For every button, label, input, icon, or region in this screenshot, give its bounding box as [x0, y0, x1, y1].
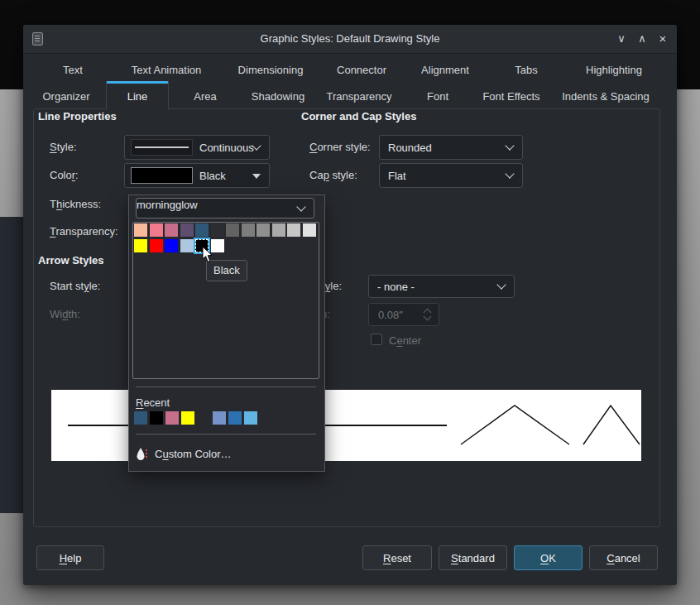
cap-style-value: Flat [388, 170, 406, 182]
color-droplet-icon [136, 447, 147, 461]
color-swatch[interactable] [165, 223, 178, 237]
chevron-down-icon [505, 141, 514, 150]
palette-row-1 [134, 223, 316, 237]
tab-indents-spacing[interactable]: Indents & Spacing [562, 90, 650, 103]
preview-triangle-wide [461, 406, 569, 444]
color-swatch[interactable] [226, 223, 239, 237]
tab-font-effects[interactable]: Font Effects [482, 90, 539, 103]
tab-alignment[interactable]: Alignment [421, 64, 469, 76]
line-color-value: Black [199, 170, 226, 182]
color-swatch[interactable] [165, 239, 178, 252]
tab-text-animation[interactable]: Text Animation [132, 64, 202, 76]
line-color-dropdown[interactable]: Black [124, 163, 270, 188]
color-swatch[interactable] [181, 411, 194, 425]
color-swatch[interactable] [242, 223, 255, 237]
color-swatch[interactable] [244, 411, 257, 425]
color-swatch[interactable] [134, 239, 147, 252]
tab-connector[interactable]: Connector [337, 64, 386, 76]
color-swatch[interactable] [150, 239, 163, 252]
palette-select[interactable]: morningglow [136, 198, 314, 218]
graphic-styles-dialog: Graphic Styles: Default Drawing Style ∨ … [23, 25, 677, 585]
corner-style-label: Corner style: [309, 141, 371, 153]
reset-button[interactable]: Reset [362, 545, 432, 570]
corner-style-value: Rounded [388, 142, 432, 154]
custom-color-button[interactable]: Custom Color… [136, 444, 318, 463]
tab-tabs[interactable]: Tabs [515, 64, 537, 76]
palette-name: morningglow [137, 199, 198, 211]
center-label: Center [389, 334, 421, 347]
thickness-label: Thickness: [50, 198, 101, 210]
tab-font[interactable]: Font [427, 90, 448, 103]
color-swatch[interactable] [134, 223, 147, 237]
transparency-label: Transparency: [50, 225, 118, 238]
chevron-down-icon [496, 280, 506, 289]
tab-transparency[interactable]: Transparency [327, 90, 392, 103]
color-picker-popup: morningglow Black Recent Custom Color… [128, 194, 325, 472]
recent-colors-group-1 [134, 411, 194, 425]
separator [136, 387, 316, 387]
color-swatch[interactable] [150, 223, 163, 237]
color-swatch[interactable] [228, 411, 242, 425]
minimize-icon[interactable]: ∨ [613, 31, 630, 46]
custom-color-label: Custom Color… [155, 448, 231, 460]
separator [136, 434, 316, 435]
color-swatch[interactable] [272, 223, 285, 237]
maximize-icon[interactable]: ∧ [634, 31, 650, 46]
color-swatch[interactable] [257, 223, 270, 237]
color-swatch[interactable] [134, 411, 147, 425]
background-app-panel [0, 217, 23, 513]
tab-shadowing[interactable]: Shadowing [252, 90, 304, 103]
section-corner-cap: Corner and Cap Styles [301, 110, 416, 122]
corner-style-dropdown[interactable]: Rounded [379, 135, 523, 160]
dialog-titlebar[interactable]: Graphic Styles: Default Drawing Style ∨ … [23, 25, 677, 54]
line-style-preview [131, 139, 193, 156]
tab-text[interactable]: Text [63, 64, 83, 76]
section-arrow-styles: Arrow Styles [38, 254, 103, 266]
tab-highlighting[interactable]: Highlighting [586, 64, 642, 76]
dropdown-arrow-icon [252, 174, 261, 179]
cap-style-label: Cap style: [309, 169, 357, 181]
color-swatch[interactable] [150, 411, 163, 425]
color-swatch[interactable] [180, 239, 194, 252]
recent-colors-group-2 [213, 411, 257, 425]
end-style-dropdown[interactable]: - none - [368, 275, 515, 298]
ok-button[interactable]: OK [514, 545, 583, 570]
color-swatch[interactable] [165, 411, 179, 425]
end-width-spinner: 0.08″ [368, 303, 439, 326]
spinner-down-icon [424, 313, 432, 321]
recent-label: Recent [136, 396, 170, 409]
help-button[interactable]: Help [36, 545, 104, 570]
cancel-button[interactable]: Cancel [589, 545, 658, 570]
color-swatch[interactable] [303, 223, 316, 237]
end-style-value: - none - [377, 281, 415, 293]
color-swatch[interactable] [180, 223, 194, 237]
line-style-value: Continuous [199, 142, 254, 154]
width-left-label: Width: [50, 308, 80, 320]
color-swatch[interactable] [287, 223, 300, 237]
dialog-title: Graphic Styles: Default Drawing Style [23, 32, 677, 45]
standard-button[interactable]: Standard [439, 545, 507, 570]
color-swatch[interactable] [213, 411, 226, 425]
cap-style-dropdown[interactable]: Flat [379, 163, 523, 188]
tab-line-active[interactable]: Line [106, 81, 169, 109]
line-style-dropdown[interactable]: Continuous [124, 135, 270, 160]
style-label: Style: [50, 141, 77, 153]
tab-dimensioning[interactable]: Dimensioning [238, 64, 304, 76]
tab-area[interactable]: Area [194, 90, 216, 103]
center-checkbox [371, 334, 382, 345]
start-style-label: Start style: [50, 280, 100, 292]
color-label: Color: [50, 169, 79, 181]
mouse-cursor [202, 246, 214, 263]
preview-triangle-narrow [583, 406, 640, 444]
chevron-down-icon [296, 202, 305, 211]
end-width-value: 0.08″ [378, 309, 403, 321]
close-icon[interactable]: × [654, 31, 671, 46]
chevron-down-icon [505, 169, 514, 178]
color-swatch[interactable] [211, 223, 224, 237]
tab-organizer[interactable]: Organizer [42, 90, 89, 103]
section-line-properties: Line Properties [38, 110, 117, 122]
color-swatch[interactable] [195, 223, 209, 237]
current-color-swatch [131, 167, 193, 184]
